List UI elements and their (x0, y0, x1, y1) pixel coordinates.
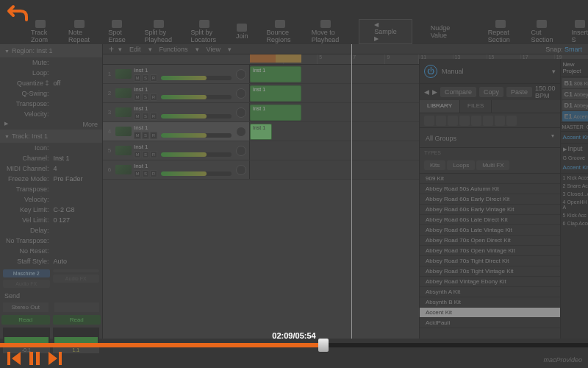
solo-button[interactable]: S (142, 74, 149, 82)
tool-insert[interactable]: Insert S (571, 20, 588, 43)
more-toggle[interactable]: ▶More (0, 119, 102, 130)
library-item[interactable]: Abbey Road 70s Tight Vintage Kit (420, 266, 560, 277)
library-item[interactable]: Accent Kit (420, 308, 560, 318)
power-button[interactable]: ⏻ (424, 65, 437, 78)
library-item[interactable]: Abbey Road 60s Early Direct Kit (420, 194, 560, 205)
library-item[interactable]: Abbey Road 60s Early Vintage Kit (420, 205, 560, 215)
track-name[interactable]: Inst 1 (134, 86, 157, 93)
record-button[interactable]: R (150, 132, 157, 139)
bank-slot[interactable]: C1 Abbey..ir (562, 89, 588, 99)
view-menu[interactable]: View (204, 46, 223, 53)
automation-read-l[interactable]: Read (1, 315, 50, 325)
sound-slot[interactable]: 4 OpenHH A (561, 198, 588, 211)
tool-split-playhead[interactable]: Split by Playhead (145, 20, 173, 43)
master-tab[interactable]: MASTER (561, 123, 585, 131)
ruler-mark[interactable]: 5 (317, 54, 351, 64)
record-button[interactable]: R (150, 93, 157, 101)
pan-knob[interactable] (236, 88, 246, 99)
pan-knob[interactable] (236, 127, 246, 137)
track-name[interactable]: Inst 1 (134, 163, 157, 169)
midi-region[interactable]: Inst 1 (250, 124, 272, 140)
inspector-row[interactable]: Icon: (0, 143, 102, 153)
paste-button[interactable]: Paste (506, 87, 532, 97)
snap-mode[interactable]: Snap: Smart (545, 46, 582, 53)
mute-button[interactable]: M (134, 132, 141, 139)
library-item[interactable]: Abbey Road Vintage Ebony Kit (420, 277, 560, 287)
add-track-button[interactable]: + (109, 44, 114, 54)
solo-button[interactable]: S (142, 170, 149, 177)
sound-slot[interactable]: 3 Closed...c (561, 190, 588, 198)
inspector-row[interactable]: No Transpose: (0, 236, 102, 246)
record-button[interactable]: R (150, 113, 157, 120)
mute-button[interactable]: M (134, 93, 141, 101)
pan-knob[interactable] (236, 146, 246, 156)
library-item[interactable]: Absynth B Kit (420, 297, 560, 308)
inspector-row[interactable]: Mute: (0, 57, 102, 68)
track-name[interactable]: Inst 1 (134, 144, 157, 150)
track-header[interactable]: 1 Inst 1 MSR (103, 65, 250, 83)
mute-button[interactable]: M (134, 151, 141, 158)
inspector-row[interactable]: Transpose: (0, 99, 102, 109)
solo-button[interactable]: S (142, 132, 149, 139)
edit-menu[interactable]: Edit (126, 46, 144, 53)
bpm-display[interactable]: 150.00 BPM (535, 85, 556, 99)
track-header[interactable]: ▼Track: Inst 1 (0, 130, 102, 143)
track-header[interactable]: 2 Inst 1 MSR (103, 84, 250, 102)
track-header[interactable]: 4 Inst 1 MSR (103, 122, 250, 141)
midi-region[interactable]: Inst 1 (250, 85, 301, 102)
bank-slot[interactable]: E1 Accent Kit (562, 111, 588, 121)
library-item[interactable]: 909 Kit (420, 174, 560, 184)
volume-fader[interactable] (161, 171, 232, 176)
track-icon[interactable] (115, 146, 132, 155)
type-loops[interactable]: Loops (447, 160, 475, 170)
record-button[interactable]: R (150, 151, 157, 158)
audiofx-slot-l[interactable]: Audio FX (3, 280, 50, 288)
pan-knob[interactable] (236, 107, 246, 118)
inspector-row[interactable]: Q-Swing: (0, 88, 102, 99)
inspector-row[interactable]: Delay: (0, 225, 102, 236)
volume-fader[interactable] (161, 133, 232, 138)
library-item[interactable]: Abbey Road 70s Tight Direct Kit (420, 256, 560, 266)
bank-slot[interactable]: B1 808 Kit (562, 78, 588, 88)
ruler-mark[interactable]: 9 (384, 54, 418, 64)
next-button[interactable] (46, 349, 65, 368)
tool-move-playhead[interactable]: Move to Playhead (312, 20, 340, 43)
tool-note-repeat[interactable]: Note Repeat (68, 20, 90, 43)
solo-button[interactable]: S (142, 151, 149, 158)
output-r[interactable] (54, 302, 100, 312)
type-kits[interactable]: Kits (424, 160, 445, 170)
track-name[interactable]: Inst 1 (134, 67, 157, 74)
track-icon[interactable] (115, 127, 132, 136)
track-name[interactable]: Inst 1 (134, 105, 157, 112)
tool-cut-section[interactable]: Cut Section (531, 20, 553, 43)
track-icon[interactable] (115, 165, 132, 174)
inspector-row[interactable]: Quantize ‡off (0, 78, 102, 88)
compare-button[interactable]: Compare (440, 87, 476, 97)
back-button[interactable] (6, 4, 32, 32)
volume-fader[interactable] (161, 114, 232, 118)
inspector-row[interactable]: Staff Style:Auto (0, 256, 102, 266)
library-item[interactable]: Abbey Road 70s Open Direct Kit (420, 236, 560, 246)
track-header[interactable]: 5 Inst 1 MSR (103, 141, 250, 160)
record-button[interactable]: R (150, 74, 157, 82)
prev-button[interactable] (4, 349, 24, 368)
sound-slot[interactable]: 2 Snare Acc (561, 182, 588, 190)
bank-slot[interactable]: D1 Abbey..it (562, 100, 588, 110)
pan-knob[interactable] (236, 69, 246, 79)
solo-button[interactable]: S (142, 93, 149, 101)
library-item[interactable]: Abbey Road 50s Autumn Kit (420, 184, 560, 194)
files-tab[interactable]: FILES (460, 100, 492, 113)
library-item[interactable]: Abbey Road 60s Late Vintage Kit (420, 225, 560, 236)
inspector-row[interactable]: MIDI Channel:4 (0, 163, 102, 174)
inspector-row[interactable]: Vel Limit:0 127 (0, 215, 102, 225)
tool-join[interactable]: Join (236, 24, 248, 40)
inspector-row[interactable]: Loop: (0, 68, 102, 78)
inspector-row[interactable]: No Reset: (0, 246, 102, 256)
sound-slot[interactable]: 6 Clap Acce (561, 219, 588, 227)
manual-label[interactable]: Manual (442, 68, 464, 75)
sound-slot[interactable]: 5 Kick Acc (561, 211, 588, 219)
audiofx-slot-r[interactable]: Audio FX (53, 275, 100, 283)
output-l[interactable]: Stereo Out (3, 302, 49, 312)
dup-track-button[interactable]: ▾ (118, 46, 122, 53)
prev-preset-button[interactable]: ◀ (424, 88, 429, 96)
